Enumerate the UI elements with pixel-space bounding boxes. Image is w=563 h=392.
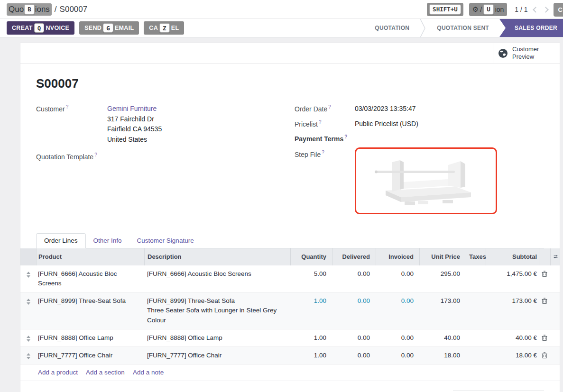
add-a-note-link[interactable]: Add a note	[133, 369, 164, 376]
cell-unit-price[interactable]: 173.00	[419, 292, 466, 329]
customer-address-line1: 317 Fairchild Dr	[107, 114, 162, 125]
table-row: [FURN_8888] Office Lamp [FURN_8888] Offi…	[20, 329, 560, 347]
delete-row-button[interactable]	[539, 292, 550, 329]
tab-customer-signature[interactable]: Customer Signature	[129, 234, 202, 248]
row-drag-handle[interactable]	[20, 347, 36, 364]
page-title: S00007	[36, 76, 544, 91]
cell-quantity[interactable]: 1.00	[290, 347, 332, 364]
cell-invoiced[interactable]: 0.00	[376, 329, 419, 346]
customer-preview-button[interactable]: Customer Preview	[493, 43, 560, 63]
cell-product[interactable]: [FURN_7777] Office Chair	[36, 347, 144, 364]
header-subtotal[interactable]: Subtotal	[486, 248, 539, 265]
header-taxes[interactable]: Taxes	[466, 248, 486, 265]
stage-sales-order[interactable]: SALES ORDER	[499, 19, 563, 37]
delete-row-button[interactable]	[539, 329, 550, 346]
notebook-tabs: Order Lines Other Info Customer Signatur…	[36, 233, 544, 248]
breadcrumb-section-right: ions	[35, 5, 50, 14]
create-invoice-button[interactable]: CREAT Q NVOICE	[7, 21, 74, 35]
customer-preview-line2: Preview	[512, 53, 539, 61]
table-row: [FURN_7777] Office Chair [FURN_7777] Off…	[20, 347, 560, 365]
cell-quantity[interactable]: 1.00	[290, 329, 332, 346]
optional-columns-button[interactable]	[550, 248, 561, 265]
field-grid: Customer? Gemini Furniture 317 Fairchild…	[36, 104, 544, 219]
cell-delivered[interactable]: 0.00	[332, 265, 376, 292]
pager-previous-icon[interactable]	[533, 7, 539, 13]
customer-address-line3: United States	[107, 135, 162, 145]
header-quantity[interactable]: Quantity	[290, 248, 332, 265]
trash-icon	[542, 298, 547, 304]
help-icon: ?	[322, 150, 324, 155]
cell-quantity[interactable]: 5.00	[290, 265, 332, 292]
cell-product[interactable]: [FURN_8999] Three-Seat Sofa	[36, 292, 144, 329]
cell-product[interactable]: [FURN_6666] Acoustic Bloc Screens	[36, 265, 144, 292]
cell-invoiced[interactable]: 0.00	[376, 347, 419, 364]
breadcrumb-record: S00007	[60, 5, 88, 14]
cell-description[interactable]: [FURN_6666] Acoustic Bloc Screens	[144, 265, 290, 292]
customer-label: Customer?	[36, 104, 107, 145]
help-icon: ?	[94, 152, 97, 157]
order-date-label: Order Date?	[295, 104, 355, 114]
header-unit-price[interactable]: Unit Price	[419, 248, 466, 265]
create-invoice-left: CREAT	[12, 25, 33, 31]
add-a-section-link[interactable]: Add a section	[86, 369, 125, 376]
stage-quotation-sent[interactable]: QUOTATION SENT	[426, 19, 499, 37]
hint-badge-g: G	[103, 23, 113, 33]
delete-row-button[interactable]	[539, 347, 550, 364]
breadcrumb-quotations[interactable]: Quo B ions	[7, 3, 52, 16]
cell-description[interactable]: [FURN_8888] Office Lamp	[144, 329, 290, 346]
send-email-button[interactable]: SEND G EMAIL	[79, 21, 139, 35]
header-delivered[interactable]: Delivered	[332, 248, 376, 265]
cell-taxes[interactable]	[466, 329, 486, 346]
row-drag-handle[interactable]	[20, 329, 36, 346]
header-description[interactable]: Description	[144, 248, 290, 265]
step-file-image[interactable]	[355, 147, 497, 214]
cell-unit-price[interactable]: 295.00	[419, 265, 466, 292]
cell-delivered[interactable]: 0.00	[332, 329, 376, 346]
row-drag-handle[interactable]	[20, 292, 36, 329]
table-row: [FURN_6666] Acoustic Bloc Screens [FURN_…	[20, 265, 560, 293]
header-invoiced[interactable]: Invoiced	[376, 248, 419, 265]
description-line2: Three Seater Sofa with Lounger in Steel …	[147, 306, 287, 325]
cell-taxes[interactable]	[466, 292, 486, 329]
stage-quotation[interactable]: QUOTATION	[364, 19, 420, 37]
action-menu-button[interactable]: ⚙ / U ion	[469, 3, 508, 16]
drag-handle-icon	[27, 353, 30, 360]
cell-description[interactable]: [FURN_7777] Office Chair	[144, 347, 290, 364]
cell-taxes[interactable]	[466, 347, 486, 364]
pager-next-icon[interactable]	[543, 7, 549, 13]
table-row: [FURN_8999] Three-Seat Sofa [FURN_8999] …	[20, 292, 560, 329]
delete-row-button[interactable]	[539, 265, 550, 292]
hint-badge-z: Z	[159, 23, 170, 33]
row-drag-handle[interactable]	[20, 265, 36, 292]
cell-taxes[interactable]	[466, 265, 486, 292]
cell-subtotal: 1,475.00 €	[486, 265, 539, 292]
pricelist-value[interactable]: Public Pricelist (USD)	[355, 119, 418, 129]
quotation-template-label: Quotation Template?	[36, 152, 107, 161]
cell-product[interactable]: [FURN_8888] Office Lamp	[36, 329, 144, 346]
cell-subtotal: 40.00 €	[486, 329, 539, 346]
cell-quantity[interactable]: 1.00	[290, 292, 332, 329]
customer-link[interactable]: Gemini Furniture	[107, 104, 162, 114]
add-a-product-link[interactable]: Add a product	[38, 369, 78, 376]
field-order-date: Order Date? 03/03/2023 13:35:47	[295, 104, 544, 114]
order-lines-table: Product Description Quantity Delivered I…	[20, 248, 560, 381]
cell-invoiced[interactable]: 0.00	[376, 265, 419, 292]
tab-order-lines[interactable]: Order Lines	[36, 233, 86, 248]
field-pricelist: Pricelist? Public Pricelist (USD)	[295, 119, 544, 129]
cell-delivered[interactable]: 0.00	[332, 292, 376, 329]
customer-preview-line1: Customer	[512, 46, 539, 53]
print-menu-button[interactable]: SHIFT+U	[427, 3, 463, 16]
cell-delivered[interactable]: 0.00	[332, 347, 376, 364]
create-button[interactable]: C	[554, 3, 563, 17]
field-payment-terms: Payment Terms?	[295, 134, 544, 143]
cancel-button[interactable]: CA Z EL	[144, 21, 184, 35]
cell-unit-price[interactable]: 18.00	[419, 347, 466, 364]
3d-model-preview	[372, 156, 480, 206]
header-product[interactable]: Product	[36, 248, 144, 265]
order-date-value[interactable]: 03/03/2023 13:35:47	[355, 104, 415, 114]
cell-invoiced[interactable]: 0.00	[376, 292, 419, 329]
tab-other-info[interactable]: Other Info	[86, 234, 129, 248]
help-icon: ?	[319, 119, 322, 125]
cell-unit-price[interactable]: 40.00	[419, 329, 466, 346]
cell-description[interactable]: [FURN_8999] Three-Seat Sofa Three Seater…	[144, 292, 290, 329]
